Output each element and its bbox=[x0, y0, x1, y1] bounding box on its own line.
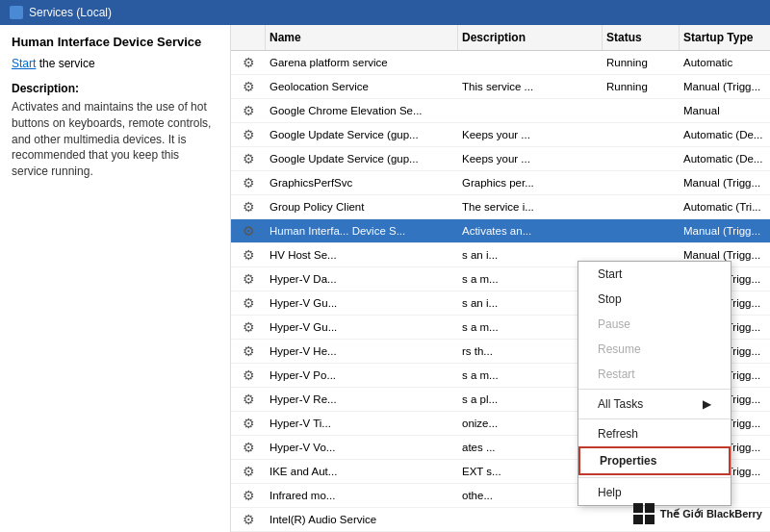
service-name-cell: Google Update Service (gup... bbox=[266, 147, 458, 170]
context-menu-item-all-tasks[interactable]: All Tasks▶ bbox=[578, 392, 731, 417]
service-name-cell: GraphicsPerfSvc bbox=[266, 171, 458, 194]
service-gear-icon: ⚙ bbox=[241, 271, 256, 287]
service-icon-cell: ⚙ bbox=[231, 99, 266, 122]
service-desc-cell: Keeps your ... bbox=[458, 123, 603, 146]
service-gear-icon: ⚙ bbox=[241, 295, 256, 311]
service-desc-cell: Activates an... bbox=[458, 219, 603, 242]
service-name-cell: Hyper-V Ti... bbox=[266, 412, 458, 435]
service-desc-cell bbox=[458, 99, 603, 122]
service-gear-icon: ⚙ bbox=[241, 55, 256, 70]
context-menu: StartStopPauseResumeRestartAll Tasks▶Ref… bbox=[578, 261, 732, 506]
service-icon-cell: ⚙ bbox=[231, 364, 266, 387]
services-window: Services (Local) Human Interface Device … bbox=[0, 0, 770, 532]
service-name-cell: Intel(R) Audio Service bbox=[266, 508, 458, 531]
service-icon-cell: ⚙ bbox=[231, 219, 266, 242]
title-bar-icon bbox=[10, 6, 23, 19]
service-status-cell bbox=[603, 147, 680, 170]
table-row[interactable]: ⚙ Google Chrome Elevation Se... Manual bbox=[231, 99, 770, 123]
table-row[interactable]: ⚙ GraphicsPerfSvc Graphics per... Manual… bbox=[231, 171, 770, 195]
service-gear-icon: ⚙ bbox=[241, 488, 256, 503]
service-startup-cell: Automatic (De... bbox=[680, 123, 770, 146]
service-name-cell: Hyper-V Po... bbox=[266, 364, 458, 387]
service-gear-icon: ⚙ bbox=[241, 319, 256, 335]
context-menu-item-refresh[interactable]: Refresh bbox=[578, 421, 731, 446]
table-row[interactable]: ⚙ Garena platform service Running Automa… bbox=[231, 51, 770, 75]
service-name-cell: IKE and Aut... bbox=[266, 460, 458, 483]
service-name-cell: Infrared mo... bbox=[266, 484, 458, 507]
service-status-cell bbox=[603, 99, 680, 122]
header-name[interactable]: Name bbox=[266, 25, 458, 50]
service-status-cell bbox=[603, 195, 680, 218]
context-menu-separator bbox=[578, 389, 731, 390]
table-row[interactable]: ⚙ Google Update Service (gup... Keeps yo… bbox=[231, 147, 770, 171]
description-label: Description: bbox=[12, 82, 218, 95]
service-status-cell bbox=[603, 171, 680, 194]
service-name-cell: Garena platform service bbox=[266, 51, 458, 74]
right-panel: Name Description Status Startup Type ⚙ G… bbox=[231, 25, 770, 532]
service-desc-cell bbox=[458, 51, 603, 74]
context-menu-separator bbox=[578, 418, 731, 419]
service-name-cell: Hyper-V Re... bbox=[266, 388, 458, 411]
context-menu-item-resume: Resume bbox=[578, 337, 731, 362]
context-menu-item-start[interactable]: Start bbox=[578, 262, 731, 287]
header-icon-col bbox=[231, 25, 266, 50]
service-name-cell: HV Host Se... bbox=[266, 243, 458, 266]
context-menu-item-stop[interactable]: Stop bbox=[578, 287, 731, 312]
service-gear-icon: ⚙ bbox=[241, 440, 256, 455]
service-desc-cell: The service i... bbox=[458, 195, 603, 218]
service-gear-icon: ⚙ bbox=[241, 103, 256, 118]
service-icon-cell: ⚙ bbox=[231, 388, 266, 411]
service-gear-icon: ⚙ bbox=[241, 127, 256, 142]
header-status[interactable]: Status bbox=[603, 25, 680, 50]
table-row[interactable]: ⚙ Geolocation Service This service ... R… bbox=[231, 75, 770, 99]
service-name-cell: Human Interfa... Device S... bbox=[266, 219, 458, 242]
service-name-cell: Hyper-V Gu... bbox=[266, 316, 458, 339]
service-gear-icon: ⚙ bbox=[241, 247, 256, 263]
title-bar: Services (Local) bbox=[0, 0, 770, 25]
service-desc-cell: Keeps your ... bbox=[458, 147, 603, 170]
header-startup-type[interactable]: Startup Type bbox=[680, 25, 770, 50]
service-desc-cell: This service ... bbox=[458, 75, 603, 98]
header-description[interactable]: Description bbox=[458, 25, 603, 50]
title-bar-text: Services (Local) bbox=[29, 6, 112, 19]
context-menu-item-properties[interactable]: Properties bbox=[578, 446, 731, 475]
context-menu-item-pause: Pause bbox=[578, 312, 731, 337]
table-row[interactable]: ⚙ Group Policy Client The service i... A… bbox=[231, 195, 770, 219]
service-name-cell: Google Chrome Elevation Se... bbox=[266, 99, 458, 122]
service-status-cell bbox=[603, 219, 680, 242]
service-icon-cell: ⚙ bbox=[231, 436, 266, 459]
watermark-text: Thế Giới BlackBerry bbox=[660, 508, 762, 520]
service-gear-icon: ⚙ bbox=[241, 151, 256, 166]
table-header: Name Description Status Startup Type bbox=[231, 25, 770, 51]
service-icon-cell: ⚙ bbox=[231, 75, 266, 98]
service-startup-cell: Manual (Trigg... bbox=[680, 171, 770, 194]
service-startup-cell: Automatic (Tri... bbox=[680, 195, 770, 218]
start-service-text: the service bbox=[36, 57, 94, 70]
service-gear-icon: ⚙ bbox=[241, 464, 256, 479]
context-menu-separator bbox=[578, 477, 731, 478]
table-row[interactable]: ⚙ Google Update Service (gup... Keeps yo… bbox=[231, 123, 770, 147]
service-name-cell: Google Update Service (gup... bbox=[266, 123, 458, 146]
description-text: Activates and maintains the use of hot b… bbox=[12, 99, 218, 180]
service-icon-cell: ⚙ bbox=[231, 340, 266, 363]
service-desc-cell: Graphics per... bbox=[458, 171, 603, 194]
service-icon-cell: ⚙ bbox=[231, 147, 266, 170]
service-startup-cell: Manual (Trigg... bbox=[680, 219, 770, 242]
service-gear-icon: ⚙ bbox=[241, 343, 256, 359]
service-gear-icon: ⚙ bbox=[241, 223, 256, 239]
service-gear-icon: ⚙ bbox=[241, 512, 256, 527]
service-icon-cell: ⚙ bbox=[231, 51, 266, 74]
context-menu-item-restart: Restart bbox=[578, 362, 731, 387]
service-startup-cell: Manual (Trigg... bbox=[680, 75, 770, 98]
selected-service-name: Human Interface Device Service bbox=[12, 35, 218, 49]
service-icon-cell: ⚙ bbox=[231, 460, 266, 483]
service-gear-icon: ⚙ bbox=[241, 175, 256, 190]
service-desc-cell bbox=[458, 508, 603, 531]
service-gear-icon: ⚙ bbox=[241, 79, 256, 94]
watermark-logo bbox=[633, 503, 654, 524]
service-status-cell: Running bbox=[603, 75, 680, 98]
service-icon-cell: ⚙ bbox=[231, 195, 266, 218]
table-row[interactable]: ⚙ Human Interfa... Device S... Activates… bbox=[231, 219, 770, 243]
context-menu-item-help[interactable]: Help bbox=[578, 480, 731, 505]
start-service-link[interactable]: Start bbox=[12, 57, 36, 70]
